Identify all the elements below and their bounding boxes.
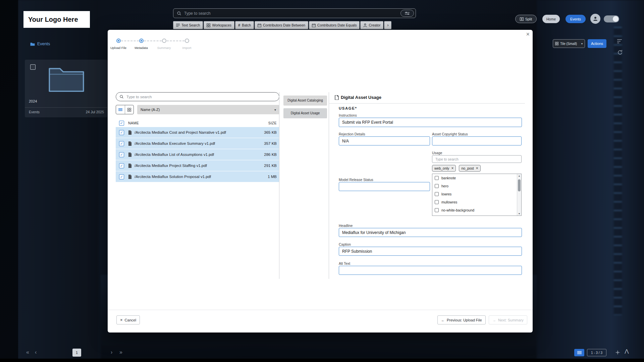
tab-contributors-date-equals[interactable]: Contributors Date Equals: [309, 21, 360, 29]
column-name[interactable]: NAME: [128, 121, 139, 125]
next-page-button[interactable]: ›: [111, 349, 112, 355]
tab-contributors-date-between[interactable]: Contributors Date Between: [255, 21, 308, 29]
home-button[interactable]: Home: [542, 15, 560, 23]
option-row[interactable]: mullowres: [432, 198, 521, 206]
big-folder-icon: [47, 63, 86, 95]
user-avatar[interactable]: [590, 14, 600, 24]
item-range-counter: 1 - 3 / 3: [587, 349, 606, 356]
tiles-icon: [555, 42, 558, 45]
step-upload-file[interactable]: [116, 39, 121, 43]
file-search-input[interactable]: [126, 95, 276, 99]
option-row[interactable]: no-white-background: [432, 206, 521, 214]
option-row[interactable]: hero: [432, 182, 521, 190]
option-checkbox[interactable]: [435, 176, 439, 180]
tab-text-search[interactable]: Text Search: [173, 21, 203, 29]
grid-icon: [207, 23, 210, 27]
scrollbar-thumb[interactable]: [518, 179, 521, 191]
sparkle-icon: [615, 350, 620, 355]
grid-view-toggle[interactable]: [125, 105, 134, 114]
file-checkbox[interactable]: ✓: [119, 141, 124, 146]
file-checkbox[interactable]: ✓: [119, 174, 124, 179]
option-row[interactable]: lowres: [432, 190, 521, 198]
rejection-details-input[interactable]: [339, 136, 430, 145]
folder-card-2024[interactable]: 2024 Events 24 Jul 2025: [25, 60, 107, 117]
scroll-up-icon[interactable]: ▲: [517, 175, 521, 177]
first-page-button[interactable]: «: [26, 349, 29, 355]
option-checkbox[interactable]: [435, 192, 439, 196]
file-row[interactable]: ✓ /Arcitecta Mediaflux List of Assumptio…: [116, 149, 279, 160]
events-section-label: Events: [37, 42, 50, 46]
next-step-button[interactable]: → Next: Summary: [489, 315, 527, 324]
close-icon[interactable]: ×: [526, 31, 530, 38]
scroll-down-icon[interactable]: ▼: [517, 213, 521, 215]
file-row[interactable]: ✓ /Arcitecta Mediaflux Executive Summary…: [116, 138, 279, 149]
remove-tag-icon[interactable]: ×: [451, 166, 453, 171]
option-row[interactable]: banknote: [432, 174, 521, 182]
tab-workspaces[interactable]: Workspaces: [204, 21, 234, 29]
file-checkbox[interactable]: ✓: [119, 163, 124, 168]
file-row[interactable]: ✓ /Arcitecta Mediaflux Cost and Project …: [116, 127, 279, 138]
option-checkbox[interactable]: [435, 200, 439, 204]
sliders-icon: [405, 11, 410, 15]
select-all-checkbox[interactable]: ✓: [119, 121, 124, 126]
current-page-indicator[interactable]: 1: [72, 349, 81, 357]
headline-label: Headline: [339, 224, 353, 228]
prev-page-button[interactable]: ‹: [35, 349, 37, 355]
search-filters-button[interactable]: [400, 10, 414, 17]
split-button[interactable]: Split: [515, 15, 537, 23]
nav-digital-asset-usage[interactable]: Digital Asset Usage: [283, 108, 327, 118]
sort-select[interactable]: Name (A-Z) ▾: [137, 105, 279, 114]
tabs-overflow-button[interactable]: ›: [384, 21, 391, 29]
option-checkbox[interactable]: [435, 208, 439, 212]
arrow-right-icon: →: [492, 318, 496, 322]
range-label: 1 - 3 / 3: [591, 351, 602, 355]
file-size: 1 MB: [268, 175, 279, 179]
instructions-input[interactable]: [339, 118, 522, 127]
global-search[interactable]: [173, 8, 416, 18]
nav-digital-asset-cataloging[interactable]: Digital Asset Cataloging: [283, 96, 327, 106]
alt-text-input[interactable]: [339, 266, 522, 275]
remove-tag-icon[interactable]: ×: [476, 166, 478, 171]
step-metadata[interactable]: [139, 39, 144, 43]
step-label-import: Import: [175, 46, 198, 50]
step-connector: [144, 41, 162, 41]
folder-checkbox[interactable]: [30, 64, 36, 70]
file-checkbox[interactable]: ✓: [119, 152, 124, 157]
global-search-input[interactable]: [184, 11, 400, 16]
cancel-button[interactable]: × Cancel: [116, 315, 140, 324]
theme-toggle[interactable]: [604, 15, 619, 22]
file-search[interactable]: [116, 92, 279, 101]
sort-panel-icon[interactable]: [617, 39, 623, 44]
asset-copyright-status-input[interactable]: [432, 136, 522, 145]
file-checkbox[interactable]: ✓: [119, 130, 124, 135]
headline-input[interactable]: [339, 228, 522, 237]
option-checkbox[interactable]: [435, 184, 439, 188]
view-mode-select[interactable]: Tile (Small) ▾: [553, 39, 585, 48]
events-button[interactable]: Events: [566, 15, 586, 23]
file-row[interactable]: ✓ /Arcitecta Mediaflux Project Staffing …: [116, 160, 279, 171]
file-name: /Arcitecta Mediaflux List of Assumptions…: [135, 153, 214, 157]
list-view-toggle[interactable]: [116, 105, 125, 114]
options-scrollbar[interactable]: ▲ ▼: [517, 174, 521, 216]
form-title: Digital Asset Usage: [341, 95, 381, 100]
previous-step-button[interactable]: ← Previous: Upload File: [437, 315, 486, 324]
usage-search-input[interactable]: [432, 155, 522, 163]
caption-input[interactable]: [339, 247, 522, 256]
last-page-button[interactable]: »: [119, 349, 122, 355]
column-size[interactable]: SIZE: [268, 121, 279, 125]
option-row-partial[interactable]: [432, 214, 521, 216]
actions-button[interactable]: Actions: [588, 39, 606, 48]
file-list-panel: Name (A-Z) ▾ ✓ NAME SIZE ✓ /Arcitecta Me…: [116, 92, 279, 182]
model-release-status-input[interactable]: [339, 182, 430, 191]
list-view-button[interactable]: [574, 349, 584, 356]
usage-tags: web_only × no_post ×: [432, 165, 481, 172]
file-row[interactable]: ✓ /Arcitecta Mediaflux Solution Proposal…: [116, 171, 279, 182]
option-label: mullowres: [441, 200, 457, 204]
step-label-upload-file: Upload File: [107, 46, 130, 50]
tab-creator[interactable]: Creator: [360, 21, 383, 29]
step-label-summary: Summary: [153, 46, 175, 50]
refresh-icon[interactable]: [617, 50, 623, 55]
tab-batch[interactable]: # Batch: [235, 21, 254, 29]
option-label: banknote: [441, 176, 456, 180]
panel-divider: [279, 92, 279, 279]
